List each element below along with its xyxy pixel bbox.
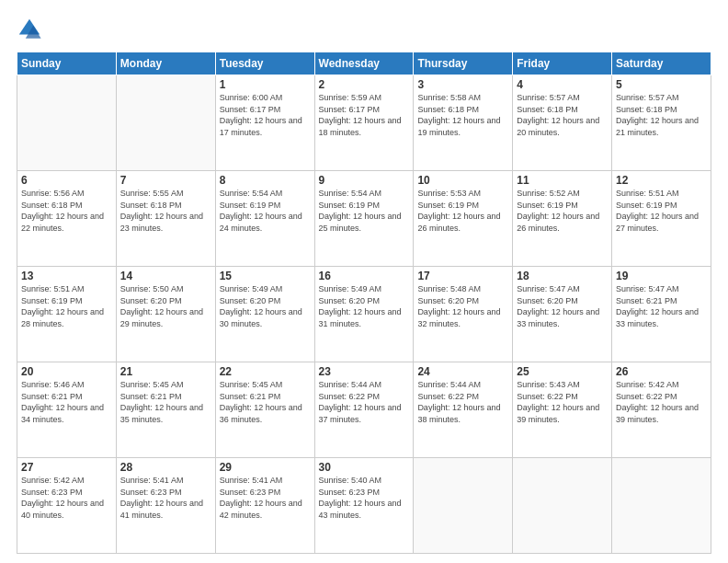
day-header-sunday: Sunday (17, 52, 117, 75)
day-number: 27 (21, 461, 112, 474)
day-header-friday: Friday (513, 52, 612, 75)
day-info: Sunrise: 5:43 AM Sunset: 6:22 PM Dayligh… (517, 379, 608, 425)
day-number: 12 (616, 174, 707, 187)
day-number: 9 (319, 174, 410, 187)
day-info: Sunrise: 5:52 AM Sunset: 6:19 PM Dayligh… (517, 188, 608, 234)
day-info: Sunrise: 5:42 AM Sunset: 6:23 PM Dayligh… (21, 475, 112, 521)
day-info: Sunrise: 5:55 AM Sunset: 6:18 PM Dayligh… (120, 188, 211, 234)
day-info: Sunrise: 5:42 AM Sunset: 6:22 PM Dayligh… (616, 379, 707, 425)
calendar-cell: 24Sunrise: 5:44 AM Sunset: 6:22 PM Dayli… (414, 362, 513, 458)
calendar-cell: 5Sunrise: 5:57 AM Sunset: 6:18 PM Daylig… (612, 75, 711, 171)
calendar-cell: 4Sunrise: 5:57 AM Sunset: 6:18 PM Daylig… (513, 75, 612, 171)
day-info: Sunrise: 5:51 AM Sunset: 6:19 PM Dayligh… (616, 188, 707, 234)
day-header-saturday: Saturday (612, 52, 711, 75)
day-number: 15 (220, 270, 311, 282)
header (17, 17, 711, 42)
calendar-header: SundayMondayTuesdayWednesdayThursdayFrid… (17, 52, 711, 75)
day-info: Sunrise: 5:41 AM Sunset: 6:23 PM Dayligh… (120, 475, 211, 521)
calendar-cell (414, 458, 513, 554)
day-info: Sunrise: 6:00 AM Sunset: 6:17 PM Dayligh… (220, 92, 311, 138)
day-info: Sunrise: 5:44 AM Sunset: 6:22 PM Dayligh… (417, 379, 508, 425)
calendar-table: SundayMondayTuesdayWednesdayThursdayFrid… (17, 52, 711, 554)
calendar-body: 1Sunrise: 6:00 AM Sunset: 6:17 PM Daylig… (17, 75, 711, 554)
day-info: Sunrise: 5:44 AM Sunset: 6:22 PM Dayligh… (319, 379, 410, 425)
day-number: 13 (21, 270, 112, 282)
day-info: Sunrise: 5:49 AM Sunset: 6:20 PM Dayligh… (220, 283, 311, 329)
day-number: 7 (120, 174, 211, 187)
day-info: Sunrise: 5:59 AM Sunset: 6:17 PM Dayligh… (319, 92, 410, 138)
calendar-cell: 19Sunrise: 5:47 AM Sunset: 6:21 PM Dayli… (612, 267, 711, 362)
day-info: Sunrise: 5:45 AM Sunset: 6:21 PM Dayligh… (120, 379, 211, 425)
day-number: 3 (417, 78, 508, 91)
calendar-cell: 13Sunrise: 5:51 AM Sunset: 6:19 PM Dayli… (17, 267, 117, 362)
day-number: 11 (517, 174, 608, 187)
calendar-cell (116, 75, 215, 171)
calendar-cell: 11Sunrise: 5:52 AM Sunset: 6:19 PM Dayli… (513, 171, 612, 267)
day-number: 18 (517, 270, 608, 282)
calendar-cell: 8Sunrise: 5:54 AM Sunset: 6:19 PM Daylig… (215, 171, 314, 267)
day-header-wednesday: Wednesday (314, 52, 414, 75)
day-header-monday: Monday (116, 52, 215, 75)
day-header-thursday: Thursday (414, 52, 513, 75)
day-info: Sunrise: 5:45 AM Sunset: 6:21 PM Dayligh… (220, 379, 311, 425)
day-info: Sunrise: 5:58 AM Sunset: 6:18 PM Dayligh… (417, 92, 508, 138)
day-number: 2 (319, 78, 410, 91)
calendar-cell: 16Sunrise: 5:49 AM Sunset: 6:20 PM Dayli… (314, 267, 414, 362)
day-number: 14 (120, 270, 211, 282)
calendar-cell (513, 458, 612, 554)
page: SundayMondayTuesdayWednesdayThursdayFrid… (0, 0, 728, 563)
day-number: 16 (319, 270, 410, 282)
day-info: Sunrise: 5:54 AM Sunset: 6:19 PM Dayligh… (319, 188, 410, 234)
day-number: 5 (616, 78, 707, 91)
week-row-4: 27Sunrise: 5:42 AM Sunset: 6:23 PM Dayli… (17, 458, 711, 554)
calendar-cell: 10Sunrise: 5:53 AM Sunset: 6:19 PM Dayli… (414, 171, 513, 267)
calendar-cell: 2Sunrise: 5:59 AM Sunset: 6:17 PM Daylig… (314, 75, 414, 171)
logo-icon (17, 17, 42, 42)
day-info: Sunrise: 5:48 AM Sunset: 6:20 PM Dayligh… (417, 283, 508, 329)
day-info: Sunrise: 5:53 AM Sunset: 6:19 PM Dayligh… (417, 188, 508, 234)
calendar-cell: 29Sunrise: 5:41 AM Sunset: 6:23 PM Dayli… (215, 458, 314, 554)
calendar-cell: 9Sunrise: 5:54 AM Sunset: 6:19 PM Daylig… (314, 171, 414, 267)
day-number: 20 (21, 365, 112, 378)
day-number: 17 (417, 270, 508, 282)
day-number: 30 (319, 461, 410, 474)
day-number: 24 (417, 365, 508, 378)
day-number: 6 (21, 174, 112, 187)
day-info: Sunrise: 5:47 AM Sunset: 6:20 PM Dayligh… (517, 283, 608, 329)
calendar-cell: 25Sunrise: 5:43 AM Sunset: 6:22 PM Dayli… (513, 362, 612, 458)
week-row-2: 13Sunrise: 5:51 AM Sunset: 6:19 PM Dayli… (17, 267, 711, 362)
calendar-cell: 27Sunrise: 5:42 AM Sunset: 6:23 PM Dayli… (17, 458, 117, 554)
calendar-cell: 3Sunrise: 5:58 AM Sunset: 6:18 PM Daylig… (414, 75, 513, 171)
day-number: 25 (517, 365, 608, 378)
day-number: 23 (319, 365, 410, 378)
calendar-cell: 23Sunrise: 5:44 AM Sunset: 6:22 PM Dayli… (314, 362, 414, 458)
day-info: Sunrise: 5:57 AM Sunset: 6:18 PM Dayligh… (616, 92, 707, 138)
day-number: 1 (220, 78, 311, 91)
calendar-cell: 26Sunrise: 5:42 AM Sunset: 6:22 PM Dayli… (612, 362, 711, 458)
calendar-cell (17, 75, 117, 171)
day-info: Sunrise: 5:50 AM Sunset: 6:20 PM Dayligh… (120, 283, 211, 329)
day-number: 29 (220, 461, 311, 474)
calendar-cell: 7Sunrise: 5:55 AM Sunset: 6:18 PM Daylig… (116, 171, 215, 267)
day-number: 26 (616, 365, 707, 378)
header-row: SundayMondayTuesdayWednesdayThursdayFrid… (17, 52, 711, 75)
day-number: 10 (417, 174, 508, 187)
week-row-1: 6Sunrise: 5:56 AM Sunset: 6:18 PM Daylig… (17, 171, 711, 267)
calendar-cell (612, 458, 711, 554)
day-number: 19 (616, 270, 707, 282)
calendar-cell: 28Sunrise: 5:41 AM Sunset: 6:23 PM Dayli… (116, 458, 215, 554)
day-info: Sunrise: 5:49 AM Sunset: 6:20 PM Dayligh… (319, 283, 410, 329)
calendar-cell: 20Sunrise: 5:46 AM Sunset: 6:21 PM Dayli… (17, 362, 117, 458)
day-info: Sunrise: 5:51 AM Sunset: 6:19 PM Dayligh… (21, 283, 112, 329)
calendar-cell: 12Sunrise: 5:51 AM Sunset: 6:19 PM Dayli… (612, 171, 711, 267)
day-number: 21 (120, 365, 211, 378)
calendar-cell: 21Sunrise: 5:45 AM Sunset: 6:21 PM Dayli… (116, 362, 215, 458)
calendar-cell: 6Sunrise: 5:56 AM Sunset: 6:18 PM Daylig… (17, 171, 117, 267)
calendar-cell: 17Sunrise: 5:48 AM Sunset: 6:20 PM Dayli… (414, 267, 513, 362)
day-info: Sunrise: 5:40 AM Sunset: 6:23 PM Dayligh… (319, 475, 410, 521)
calendar-cell: 15Sunrise: 5:49 AM Sunset: 6:20 PM Dayli… (215, 267, 314, 362)
day-info: Sunrise: 5:54 AM Sunset: 6:19 PM Dayligh… (220, 188, 311, 234)
day-number: 28 (120, 461, 211, 474)
calendar-cell: 30Sunrise: 5:40 AM Sunset: 6:23 PM Dayli… (314, 458, 414, 554)
calendar-cell: 18Sunrise: 5:47 AM Sunset: 6:20 PM Dayli… (513, 267, 612, 362)
